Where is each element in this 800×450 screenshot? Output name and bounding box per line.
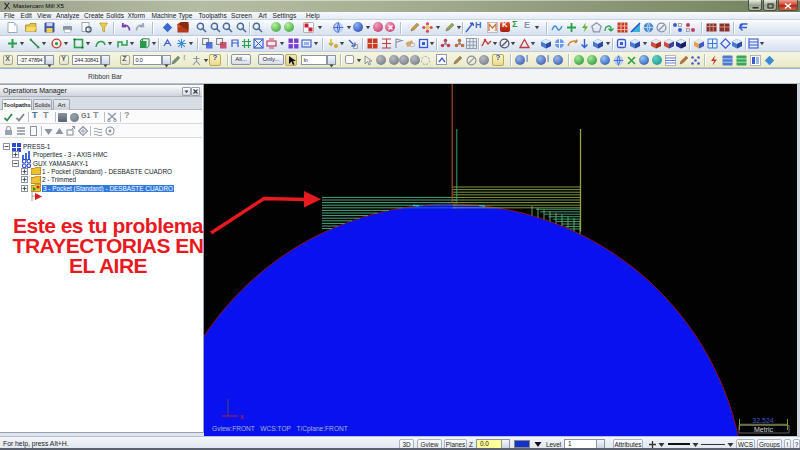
svg-text:Metric: Metric [754, 426, 774, 433]
svg-text:x: x [240, 413, 244, 420]
svg-text:Gview:FRONT WCS:TOP T/Cpla: Gview:FRONT WCS:TOP T/Cplane:FRONT [212, 425, 348, 433]
svg-text:32.524: 32.524 [752, 417, 774, 424]
